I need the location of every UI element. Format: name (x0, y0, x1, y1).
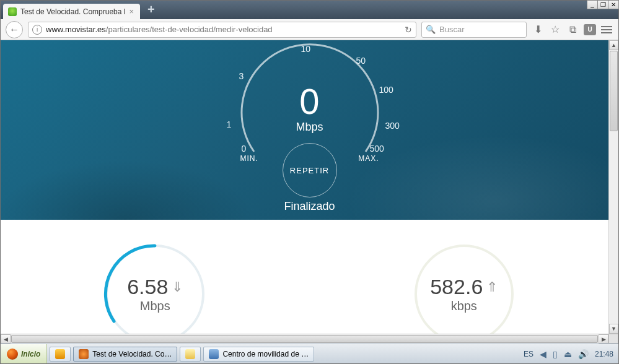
taskbar: Inicio Test de Velocidad. Co… Centro de … (1, 344, 618, 363)
reload-icon[interactable]: ↻ (405, 25, 412, 35)
gauge-tick-3: 3 (239, 71, 244, 81)
start-orb-icon (7, 349, 18, 360)
media-player-icon (55, 349, 65, 359)
search-icon: 🔍 (426, 25, 436, 34)
site-info-icon[interactable]: i (32, 25, 42, 35)
scroll-thumb-h[interactable] (11, 335, 598, 343)
gauge-value: 0 (217, 84, 403, 119)
vertical-scrollbar[interactable]: ▲ ▼ (608, 40, 618, 334)
gauge-unit: Mbps (217, 121, 403, 134)
url-bar[interactable]: i www.movistar.es/particulares/test-de-v… (28, 22, 416, 38)
scroll-right-button[interactable]: ▶ (599, 334, 608, 344)
battery-icon[interactable]: ▯ (553, 349, 558, 359)
scroll-corner (608, 334, 618, 344)
speedtest-hero: 0 1 3 10 50 100 300 500 0 Mbps MIN. MAX.… (1, 40, 618, 220)
window-minimize-button[interactable]: _ (587, 0, 598, 9)
taskbar-item-label: Test de Velocidad. Co… (92, 350, 172, 358)
back-button[interactable]: ← (6, 21, 23, 38)
upload-value: 582.6 (430, 275, 483, 299)
speed-gauge: 0 1 3 10 50 100 300 500 0 Mbps MIN. MAX.… (217, 40, 403, 185)
scroll-left-button[interactable]: ◀ (1, 334, 11, 344)
url-path: /particulares/test-de-velocidad/medir-ve… (106, 25, 273, 34)
scroll-up-button[interactable]: ▲ (609, 40, 618, 50)
window-restore-button[interactable]: ❐ (597, 0, 608, 9)
gauge-tick-0: 0 (242, 144, 247, 154)
gauge-min-label: MIN. (240, 154, 258, 163)
adblock-shield-icon[interactable]: U (584, 24, 596, 35)
start-label: Inicio (21, 350, 40, 358)
taskbar-item-folder[interactable] (180, 347, 201, 362)
upload-unit: kbps (451, 299, 477, 313)
eject-icon[interactable]: ⏏ (564, 349, 572, 359)
search-bar[interactable]: 🔍 Buscar (421, 22, 527, 38)
window-controls: _ ❐ ✕ (587, 0, 619, 10)
tab-title: Test de Velocidad. Comprueba l (20, 7, 125, 16)
gauge-tick-10: 10 (301, 44, 311, 54)
gauge-tick-500: 500 (370, 144, 384, 154)
search-placeholder: Buscar (439, 25, 464, 34)
downloads-icon[interactable]: ⬇ (532, 24, 544, 35)
clock[interactable]: 21:48 (595, 350, 613, 358)
volume-icon[interactable]: 🔊 (578, 349, 589, 359)
navigation-bar: ← i www.movistar.es/particulares/test-de… (1, 19, 618, 40)
download-result: 6.58 ⇓ Mbps (99, 238, 211, 344)
results-row: 6.58 ⇓ Mbps 582.6 ⇑ kbps (1, 238, 618, 344)
window-close-button[interactable]: ✕ (608, 0, 619, 9)
repeat-button[interactable]: REPETIR (283, 143, 337, 197)
folder-icon (185, 349, 195, 359)
tray-expand-icon[interactable]: ◀ (540, 349, 547, 359)
library-icon[interactable]: ⧉ (566, 24, 579, 35)
taskbar-item-firefox[interactable]: Test de Velocidad. Co… (73, 347, 177, 362)
browser-tab-active[interactable]: Test de Velocidad. Comprueba l × (3, 4, 140, 19)
menu-button[interactable] (601, 26, 613, 33)
system-tray: ES ◀ ▯ ⏏ 🔊 21:48 (519, 349, 618, 359)
upload-result: 582.6 ⇑ kbps (408, 238, 520, 344)
mobility-center-icon (209, 349, 219, 359)
movistar-favicon-icon (8, 7, 17, 16)
download-value: 6.58 (127, 275, 168, 299)
taskbar-item-mobility[interactable]: Centro de movilidad de … (203, 347, 314, 362)
download-arrow-icon: ⇓ (172, 279, 183, 295)
language-indicator[interactable]: ES (524, 350, 533, 358)
status-text: Finalizado (1, 200, 618, 213)
gauge-max-label: MAX. (358, 154, 379, 163)
url-host: www.movistar.es (46, 25, 106, 34)
gauge-tick-50: 50 (356, 56, 366, 66)
horizontal-scrollbar[interactable]: ◀ ▶ (1, 334, 608, 344)
scroll-thumb-v[interactable] (610, 51, 618, 131)
taskbar-item-label: Centro de movilidad de … (222, 350, 309, 358)
quicklaunch-button[interactable] (50, 347, 71, 362)
page-content: 0 1 3 10 50 100 300 500 0 Mbps MIN. MAX.… (1, 40, 618, 344)
scroll-down-button[interactable]: ▼ (609, 324, 618, 334)
start-button[interactable]: Inicio (1, 344, 47, 363)
tab-close-icon[interactable]: × (129, 7, 134, 16)
upload-arrow-icon: ⇑ (486, 279, 498, 295)
new-tab-button[interactable]: + (144, 2, 159, 19)
download-unit: Mbps (140, 299, 170, 313)
firefox-icon (79, 349, 89, 359)
bookmark-icon[interactable]: ☆ (549, 24, 561, 35)
tab-strip: Test de Velocidad. Comprueba l × + (1, 1, 618, 19)
